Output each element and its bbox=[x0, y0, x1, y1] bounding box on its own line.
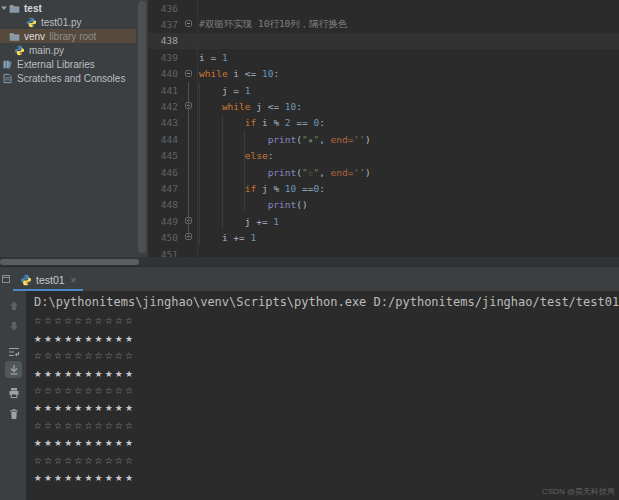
code-line-450[interactable]: 450 i += 1 bbox=[148, 229, 619, 245]
indent-guide bbox=[244, 131, 245, 212]
fold-start-icon[interactable] bbox=[185, 70, 192, 77]
code-text: print("★", end='') bbox=[199, 134, 371, 145]
tree-item-label: main.py bbox=[29, 45, 64, 56]
chevron-down-icon[interactable] bbox=[0, 4, 8, 12]
tree-item-main-py[interactable]: main.py bbox=[0, 43, 136, 57]
code-line-436[interactable]: 436 bbox=[148, 0, 619, 16]
gutter-fold-column bbox=[181, 229, 198, 245]
gutter-fold-column bbox=[181, 16, 198, 32]
console-toolbar bbox=[0, 291, 27, 500]
code-text: while i <= 10: bbox=[199, 68, 279, 79]
gutter-fold-column bbox=[181, 213, 198, 229]
soft-wrap-icon bbox=[8, 346, 20, 358]
code-text: print("☆", end='') bbox=[199, 167, 371, 178]
line-number[interactable]: 437 bbox=[148, 19, 181, 30]
clear-all-button[interactable] bbox=[5, 405, 22, 422]
pycharm-window: testtest01.pyvenvlibrary rootmain.pyExte… bbox=[0, 0, 619, 500]
code-line-441[interactable]: 441 j = 1 bbox=[148, 82, 619, 98]
code-line-451[interactable]: 451 bbox=[148, 246, 619, 257]
line-number[interactable]: 451 bbox=[148, 249, 181, 257]
run-toolwindow-tabbar: test01 × bbox=[0, 266, 619, 291]
code-text: i += 1 bbox=[199, 232, 256, 243]
code-line-444[interactable]: 444 print("★", end='') bbox=[148, 131, 619, 147]
code-line-445[interactable]: 445 else: bbox=[148, 148, 619, 164]
tree-item-label: Scratches and Consoles bbox=[17, 73, 125, 84]
console-output-line: ★★★★★★★★★★ bbox=[27, 364, 619, 381]
close-icon[interactable]: × bbox=[71, 275, 77, 286]
clear-all-icon bbox=[8, 408, 20, 420]
tree-item-external-libraries[interactable]: External Libraries bbox=[0, 57, 136, 71]
console-output-line: ☆☆☆☆☆☆☆☆☆☆ bbox=[27, 416, 619, 433]
line-number[interactable]: 445 bbox=[148, 150, 181, 161]
scroll-down-button[interactable] bbox=[5, 317, 22, 334]
code-line-447[interactable]: 447 if j % 10 ==0: bbox=[148, 180, 619, 196]
line-number[interactable]: 439 bbox=[148, 52, 181, 63]
indent-guide bbox=[222, 115, 223, 229]
code-text: if j % 10 ==0: bbox=[199, 183, 325, 194]
toolwindow-icon[interactable] bbox=[2, 275, 10, 283]
tree-item-suffix: library root bbox=[49, 31, 96, 42]
scroll-to-end-button[interactable] bbox=[5, 361, 22, 378]
code-text: i = 1 bbox=[199, 52, 228, 63]
code-line-448[interactable]: 448 print() bbox=[148, 197, 619, 213]
code-text: while j <= 10: bbox=[199, 101, 302, 112]
scrollbar-thumb[interactable] bbox=[138, 1, 146, 253]
line-number[interactable]: 447 bbox=[148, 183, 181, 194]
code-text: #双循环实现 10行10列，隔行换色 bbox=[199, 18, 347, 31]
code-text: j = 1 bbox=[199, 85, 251, 96]
tree-item-test01-py[interactable]: test01.py bbox=[0, 15, 136, 29]
gutter-fold-column bbox=[181, 66, 198, 82]
python-icon bbox=[20, 274, 32, 286]
tree-item-label: test01.py bbox=[41, 17, 82, 28]
fold-start-icon[interactable] bbox=[185, 20, 192, 27]
gutter-fold-column bbox=[181, 246, 198, 257]
line-number[interactable]: 449 bbox=[148, 216, 181, 227]
scratches-icon bbox=[2, 73, 13, 84]
gutter-fold-column bbox=[181, 148, 198, 164]
line-number[interactable]: 446 bbox=[148, 167, 181, 178]
tree-item-test[interactable]: test bbox=[0, 1, 136, 15]
run-tab-test01[interactable]: test01 × bbox=[13, 268, 83, 292]
code-line-439[interactable]: 439i = 1 bbox=[148, 49, 619, 65]
console-output-line: ★★★★★★★★★★ bbox=[27, 433, 619, 450]
tree-item-venv[interactable]: venvlibrary root bbox=[0, 29, 136, 43]
scrollbar-thumb[interactable] bbox=[0, 259, 139, 265]
soft-wrap-button[interactable] bbox=[5, 343, 22, 360]
gutter-fold-column bbox=[181, 33, 198, 49]
tree-item-scratches-and-consoles[interactable]: Scratches and Consoles bbox=[0, 71, 136, 85]
tree-item-label: test bbox=[24, 3, 42, 14]
line-number[interactable]: 450 bbox=[148, 232, 181, 243]
code-line-440[interactable]: 440while i <= 10: bbox=[148, 66, 619, 82]
console-output-line: ★★★★★★★★★★ bbox=[27, 329, 619, 346]
indent-guide bbox=[199, 82, 200, 246]
line-number[interactable]: 441 bbox=[148, 85, 181, 96]
code-line-437[interactable]: 437#双循环实现 10行10列，隔行换色 bbox=[148, 16, 619, 32]
code-line-449[interactable]: 449 j += 1 bbox=[148, 213, 619, 229]
scroll-to-end-icon bbox=[8, 364, 20, 376]
line-number[interactable]: 443 bbox=[148, 117, 181, 128]
print-button[interactable] bbox=[5, 384, 22, 401]
line-number[interactable]: 440 bbox=[148, 68, 181, 79]
project-panel-scrollbar[interactable] bbox=[136, 0, 148, 257]
code-line-446[interactable]: 446 print("☆", end='') bbox=[148, 164, 619, 180]
code-line-442[interactable]: 442 while j <= 10: bbox=[148, 98, 619, 114]
gutter-fold-column bbox=[181, 197, 198, 213]
code-line-443[interactable]: 443 if i % 2 == 0: bbox=[148, 115, 619, 131]
code-line-438[interactable]: 438 bbox=[148, 33, 619, 49]
horizontal-scrollbar[interactable] bbox=[0, 257, 619, 266]
console-output-line: ★★★★★★★★★★ bbox=[27, 468, 619, 485]
run-console-output[interactable]: D:\pythonitems\jinghao\venv\Scripts\pyth… bbox=[27, 291, 619, 500]
gutter-fold-column bbox=[181, 0, 198, 16]
line-number[interactable]: 448 bbox=[148, 199, 181, 210]
line-number[interactable]: 438 bbox=[148, 35, 181, 46]
tree-item-label: External Libraries bbox=[17, 59, 95, 70]
console-command-line: D:\pythonitems\jinghao\venv\Scripts\pyth… bbox=[27, 294, 619, 311]
line-number[interactable]: 444 bbox=[148, 134, 181, 145]
line-number[interactable]: 436 bbox=[148, 3, 181, 14]
code-editor[interactable]: 436437#双循环实现 10行10列，隔行换色438439i = 1440wh… bbox=[148, 0, 619, 257]
project-panel: testtest01.pyvenvlibrary rootmain.pyExte… bbox=[0, 0, 136, 257]
gutter-fold-column bbox=[181, 131, 198, 147]
line-number[interactable]: 442 bbox=[148, 101, 181, 112]
scroll-up-button[interactable] bbox=[5, 297, 22, 314]
run-tab-label: test01 bbox=[36, 274, 65, 286]
